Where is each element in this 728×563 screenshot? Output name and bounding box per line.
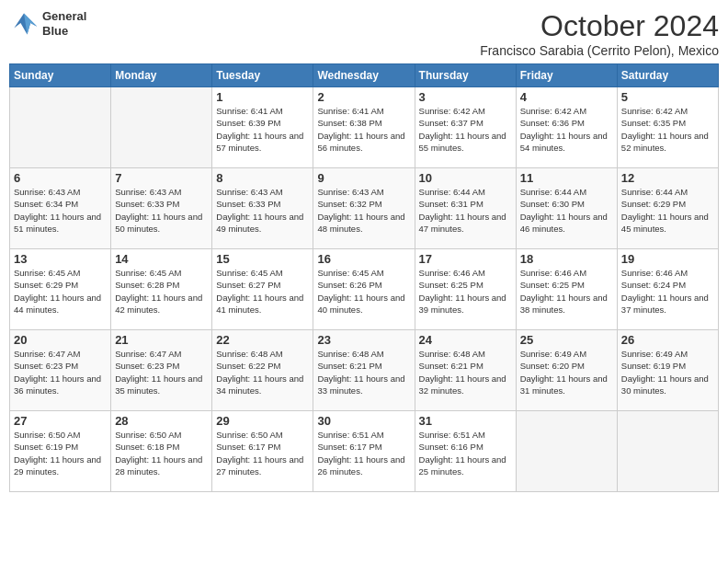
sunset-text: Sunset: 6:23 PM [115,361,179,371]
day-info: Sunrise: 6:45 AMSunset: 6:27 PMDaylight:… [216,267,309,316]
sunrise-text: Sunrise: 6:45 AM [14,268,80,278]
weekday-header: Tuesday [212,64,313,87]
day-info: Sunrise: 6:48 AMSunset: 6:21 PMDaylight:… [317,348,410,396]
calendar-cell: 2Sunrise: 6:41 AMSunset: 6:38 PMDaylight… [313,87,415,168]
day-number: 14 [115,252,208,266]
calendar-cell: 17Sunrise: 6:46 AMSunset: 6:25 PMDayligh… [415,249,516,330]
day-info: Sunrise: 6:42 AMSunset: 6:35 PMDaylight:… [621,105,714,154]
daylight-text: Daylight: 11 hours and 54 minutes. [520,131,608,153]
calendar-cell [617,411,718,492]
sunrise-text: Sunrise: 6:46 AM [419,268,485,278]
day-info: Sunrise: 6:44 AMSunset: 6:30 PMDaylight:… [520,186,613,235]
day-number: 7 [115,171,208,185]
calendar-cell: 19Sunrise: 6:46 AMSunset: 6:24 PMDayligh… [617,249,718,330]
daylight-text: Daylight: 11 hours and 29 minutes. [14,454,101,477]
day-number: 2 [317,90,410,104]
daylight-text: Daylight: 11 hours and 37 minutes. [621,293,709,315]
sunrise-text: Sunrise: 6:47 AM [115,349,181,359]
day-number: 15 [216,252,309,266]
day-number: 30 [317,414,410,428]
daylight-text: Daylight: 11 hours and 38 minutes. [520,293,608,315]
calendar-cell: 4Sunrise: 6:42 AMSunset: 6:36 PMDaylight… [516,87,617,168]
calendar-cell: 26Sunrise: 6:49 AMSunset: 6:19 PMDayligh… [617,330,718,411]
day-number: 8 [216,171,309,185]
calendar-week-row: 27Sunrise: 6:50 AMSunset: 6:19 PMDayligh… [10,411,719,492]
sunset-text: Sunset: 6:34 PM [14,199,78,209]
sunrise-text: Sunrise: 6:44 AM [621,187,688,197]
weekday-header: Thursday [415,64,516,87]
day-number: 5 [621,90,714,104]
sunrise-text: Sunrise: 6:48 AM [419,349,485,359]
sunset-text: Sunset: 6:17 PM [216,442,280,452]
day-number: 18 [520,252,613,266]
day-info: Sunrise: 6:44 AMSunset: 6:31 PMDaylight:… [419,186,512,235]
day-info: Sunrise: 6:46 AMSunset: 6:24 PMDaylight:… [621,267,714,316]
calendar-cell: 1Sunrise: 6:41 AMSunset: 6:39 PMDaylight… [212,87,313,168]
daylight-text: Daylight: 11 hours and 46 minutes. [520,212,608,234]
day-info: Sunrise: 6:48 AMSunset: 6:21 PMDaylight:… [419,348,512,396]
daylight-text: Daylight: 11 hours and 35 minutes. [115,373,202,396]
day-number: 26 [621,333,714,347]
calendar-cell [10,87,111,168]
daylight-text: Daylight: 11 hours and 40 minutes. [317,293,404,315]
daylight-text: Daylight: 11 hours and 49 minutes. [216,212,303,234]
sunset-text: Sunset: 6:31 PM [419,199,483,209]
calendar-cell: 29Sunrise: 6:50 AMSunset: 6:17 PMDayligh… [212,411,313,492]
daylight-text: Daylight: 11 hours and 50 minutes. [115,212,202,234]
sunrise-text: Sunrise: 6:42 AM [419,106,485,116]
calendar-cell: 6Sunrise: 6:43 AMSunset: 6:34 PMDaylight… [10,168,111,249]
sunset-text: Sunset: 6:35 PM [621,118,686,128]
sunset-text: Sunset: 6:29 PM [621,199,686,209]
day-info: Sunrise: 6:46 AMSunset: 6:25 PMDaylight:… [520,267,613,316]
calendar-cell [111,87,212,168]
daylight-text: Daylight: 11 hours and 36 minutes. [14,373,101,396]
sunrise-text: Sunrise: 6:43 AM [317,187,383,197]
day-info: Sunrise: 6:50 AMSunset: 6:19 PMDaylight:… [14,429,107,477]
sunrise-text: Sunrise: 6:43 AM [115,187,181,197]
day-number: 16 [317,252,410,266]
weekday-header: Monday [111,64,212,87]
day-info: Sunrise: 6:42 AMSunset: 6:36 PMDaylight:… [520,105,613,154]
day-number: 28 [115,414,208,428]
day-number: 10 [419,171,512,185]
sunrise-text: Sunrise: 6:42 AM [621,106,688,116]
day-number: 29 [216,414,309,428]
daylight-text: Daylight: 11 hours and 42 minutes. [115,293,202,315]
sunrise-text: Sunrise: 6:43 AM [216,187,282,197]
daylight-text: Daylight: 11 hours and 39 minutes. [419,293,506,315]
day-number: 23 [317,333,410,347]
day-number: 31 [419,414,512,428]
calendar-cell: 20Sunrise: 6:47 AMSunset: 6:23 PMDayligh… [10,330,111,411]
calendar-cell: 30Sunrise: 6:51 AMSunset: 6:17 PMDayligh… [313,411,415,492]
sunrise-text: Sunrise: 6:48 AM [317,349,383,359]
day-number: 11 [520,171,613,185]
calendar-cell: 18Sunrise: 6:46 AMSunset: 6:25 PMDayligh… [516,249,617,330]
day-number: 6 [14,171,107,185]
weekday-header: Friday [516,64,617,87]
day-info: Sunrise: 6:45 AMSunset: 6:28 PMDaylight:… [115,267,208,316]
day-number: 22 [216,333,309,347]
day-info: Sunrise: 6:43 AMSunset: 6:32 PMDaylight:… [317,186,410,235]
daylight-text: Daylight: 11 hours and 34 minutes. [216,373,303,396]
calendar-cell: 11Sunrise: 6:44 AMSunset: 6:30 PMDayligh… [516,168,617,249]
sunrise-text: Sunrise: 6:41 AM [317,106,383,116]
daylight-text: Daylight: 11 hours and 45 minutes. [621,212,709,234]
day-info: Sunrise: 6:50 AMSunset: 6:17 PMDaylight:… [216,429,309,477]
day-info: Sunrise: 6:42 AMSunset: 6:37 PMDaylight:… [419,105,512,154]
calendar-week-row: 6Sunrise: 6:43 AMSunset: 6:34 PMDaylight… [10,168,719,249]
sunset-text: Sunset: 6:17 PM [317,442,381,452]
sunset-text: Sunset: 6:20 PM [520,361,585,371]
sunset-text: Sunset: 6:18 PM [115,442,179,452]
sunset-text: Sunset: 6:16 PM [419,442,483,452]
calendar-cell: 16Sunrise: 6:45 AMSunset: 6:26 PMDayligh… [313,249,415,330]
day-number: 24 [419,333,512,347]
calendar-week-row: 20Sunrise: 6:47 AMSunset: 6:23 PMDayligh… [10,330,719,411]
calendar-table: SundayMondayTuesdayWednesdayThursdayFrid… [9,63,719,492]
logo-text: General Blue [42,9,86,38]
calendar-cell: 7Sunrise: 6:43 AMSunset: 6:33 PMDaylight… [111,168,212,249]
calendar-cell: 5Sunrise: 6:42 AMSunset: 6:35 PMDaylight… [617,87,718,168]
day-number: 1 [216,90,309,104]
day-info: Sunrise: 6:45 AMSunset: 6:29 PMDaylight:… [14,267,107,316]
calendar-cell: 24Sunrise: 6:48 AMSunset: 6:21 PMDayligh… [415,330,516,411]
sunset-text: Sunset: 6:30 PM [520,199,585,209]
